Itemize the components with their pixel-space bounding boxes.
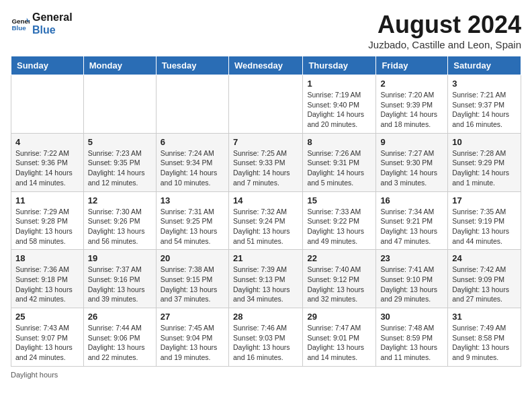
weekday-header-cell: Thursday (303, 56, 376, 75)
day-number: 25 (15, 312, 79, 322)
logo-icon: General Blue (11, 14, 30, 33)
day-number: 18 (15, 253, 79, 263)
day-info: Sunrise: 7:37 AMSunset: 9:16 PMDaylight:… (88, 265, 152, 304)
logo: General Blue General Blue (11, 11, 73, 36)
day-number: 26 (88, 312, 152, 322)
calendar-cell: 29Sunrise: 7:47 AMSunset: 9:01 PMDayligh… (303, 308, 376, 367)
day-number: 28 (233, 312, 298, 322)
day-number: 11 (15, 195, 79, 205)
calendar-cell: 7Sunrise: 7:25 AMSunset: 9:33 PMDaylight… (228, 133, 302, 191)
calendar-cell: 16Sunrise: 7:34 AMSunset: 9:21 PMDayligh… (376, 191, 448, 250)
day-info: Sunrise: 7:30 AMSunset: 9:26 PMDaylight:… (88, 207, 152, 246)
day-number: 31 (452, 312, 517, 322)
day-info: Sunrise: 7:28 AMSunset: 9:29 PMDaylight:… (452, 148, 517, 188)
day-number: 24 (452, 253, 517, 263)
day-info: Sunrise: 7:38 AMSunset: 9:15 PMDaylight:… (161, 265, 224, 304)
day-number: 14 (233, 195, 298, 205)
weekday-header-cell: Tuesday (156, 56, 228, 75)
day-info: Sunrise: 7:40 AMSunset: 9:12 PMDaylight:… (307, 265, 371, 304)
calendar-week-row: 18Sunrise: 7:36 AMSunset: 9:18 PMDayligh… (11, 250, 521, 308)
day-number: 10 (452, 137, 517, 147)
weekday-header-cell: Saturday (448, 56, 521, 75)
calendar-cell: 27Sunrise: 7:45 AMSunset: 9:04 PMDayligh… (156, 308, 228, 367)
day-info: Sunrise: 7:24 AMSunset: 9:34 PMDaylight:… (161, 148, 224, 188)
page-header: General Blue General Blue August 2024 Ju… (11, 11, 521, 50)
calendar-cell (228, 75, 302, 134)
calendar-cell: 2Sunrise: 7:20 AMSunset: 9:39 PMDaylight… (376, 75, 448, 134)
day-info: Sunrise: 7:33 AMSunset: 9:22 PMDaylight:… (307, 207, 371, 246)
calendar-cell: 15Sunrise: 7:33 AMSunset: 9:22 PMDayligh… (303, 191, 376, 250)
calendar-cell: 14Sunrise: 7:32 AMSunset: 9:24 PMDayligh… (228, 191, 302, 250)
calendar-cell: 1Sunrise: 7:19 AMSunset: 9:40 PMDaylight… (303, 75, 376, 134)
logo-blue: Blue (32, 24, 73, 36)
calendar-cell: 8Sunrise: 7:26 AMSunset: 9:31 PMDaylight… (303, 133, 376, 191)
weekday-header-row: SundayMondayTuesdayWednesdayThursdayFrid… (11, 56, 521, 75)
calendar-cell: 4Sunrise: 7:22 AMSunset: 9:36 PMDaylight… (11, 133, 84, 191)
day-number: 12 (88, 195, 152, 205)
day-info: Sunrise: 7:45 AMSunset: 9:04 PMDaylight:… (161, 323, 224, 363)
calendar-table: SundayMondayTuesdayWednesdayThursdayFrid… (11, 56, 521, 367)
main-title: August 2024 (368, 11, 521, 39)
day-number: 2 (380, 79, 443, 89)
day-info: Sunrise: 7:41 AMSunset: 9:10 PMDaylight:… (380, 265, 443, 304)
day-number: 17 (452, 195, 517, 205)
day-number: 27 (161, 312, 224, 322)
svg-text:Blue: Blue (11, 24, 26, 32)
calendar-cell (156, 75, 228, 134)
calendar-cell: 20Sunrise: 7:38 AMSunset: 9:15 PMDayligh… (156, 250, 228, 308)
day-info: Sunrise: 7:26 AMSunset: 9:31 PMDaylight:… (307, 148, 371, 188)
weekday-header-cell: Sunday (11, 56, 84, 75)
day-info: Sunrise: 7:48 AMSunset: 8:59 PMDaylight:… (380, 323, 443, 363)
calendar-cell: 9Sunrise: 7:27 AMSunset: 9:30 PMDaylight… (376, 133, 448, 191)
day-number: 15 (307, 195, 371, 205)
day-info: Sunrise: 7:42 AMSunset: 9:09 PMDaylight:… (452, 265, 517, 304)
day-number: 7 (233, 137, 298, 147)
weekday-header-cell: Monday (83, 56, 156, 75)
subtitle: Juzbado, Castille and Leon, Spain (368, 39, 521, 50)
day-info: Sunrise: 7:47 AMSunset: 9:01 PMDaylight:… (307, 323, 371, 363)
calendar-cell: 21Sunrise: 7:39 AMSunset: 9:13 PMDayligh… (228, 250, 302, 308)
calendar-cell: 12Sunrise: 7:30 AMSunset: 9:26 PMDayligh… (83, 191, 156, 250)
calendar-cell: 28Sunrise: 7:46 AMSunset: 9:03 PMDayligh… (228, 308, 302, 367)
calendar-cell: 26Sunrise: 7:44 AMSunset: 9:06 PMDayligh… (83, 308, 156, 367)
day-info: Sunrise: 7:39 AMSunset: 9:13 PMDaylight:… (233, 265, 298, 304)
day-number: 20 (161, 253, 224, 263)
calendar-cell: 30Sunrise: 7:48 AMSunset: 8:59 PMDayligh… (376, 308, 448, 367)
weekday-header-cell: Friday (376, 56, 448, 75)
calendar-cell: 24Sunrise: 7:42 AMSunset: 9:09 PMDayligh… (448, 250, 521, 308)
calendar-cell: 5Sunrise: 7:23 AMSunset: 9:35 PMDaylight… (83, 133, 156, 191)
day-number: 4 (15, 137, 79, 147)
day-number: 6 (161, 137, 224, 147)
day-info: Sunrise: 7:19 AMSunset: 9:40 PMDaylight:… (307, 90, 371, 130)
calendar-body: 1Sunrise: 7:19 AMSunset: 9:40 PMDaylight… (11, 75, 521, 367)
day-number: 8 (307, 137, 371, 147)
day-number: 22 (307, 253, 371, 263)
day-info: Sunrise: 7:34 AMSunset: 9:21 PMDaylight:… (380, 207, 443, 246)
day-info: Sunrise: 7:22 AMSunset: 9:36 PMDaylight:… (15, 148, 79, 188)
day-number: 5 (88, 137, 152, 147)
day-info: Sunrise: 7:25 AMSunset: 9:33 PMDaylight:… (233, 148, 298, 188)
day-info: Sunrise: 7:20 AMSunset: 9:39 PMDaylight:… (380, 90, 443, 130)
day-number: 21 (233, 253, 298, 263)
day-info: Sunrise: 7:43 AMSunset: 9:07 PMDaylight:… (15, 323, 79, 363)
day-number: 30 (380, 312, 443, 322)
calendar-week-row: 11Sunrise: 7:29 AMSunset: 9:28 PMDayligh… (11, 191, 521, 250)
calendar-cell: 13Sunrise: 7:31 AMSunset: 9:25 PMDayligh… (156, 191, 228, 250)
calendar-cell (83, 75, 156, 134)
day-number: 29 (307, 312, 371, 322)
calendar-cell (11, 75, 84, 134)
calendar-cell: 11Sunrise: 7:29 AMSunset: 9:28 PMDayligh… (11, 191, 84, 250)
daylight-label: Daylight hours (11, 371, 58, 379)
day-info: Sunrise: 7:29 AMSunset: 9:28 PMDaylight:… (15, 207, 79, 246)
day-info: Sunrise: 7:35 AMSunset: 9:19 PMDaylight:… (452, 207, 517, 246)
weekday-header-cell: Wednesday (228, 56, 302, 75)
calendar-week-row: 1Sunrise: 7:19 AMSunset: 9:40 PMDaylight… (11, 75, 521, 134)
day-info: Sunrise: 7:32 AMSunset: 9:24 PMDaylight:… (233, 207, 298, 246)
day-info: Sunrise: 7:36 AMSunset: 9:18 PMDaylight:… (15, 265, 79, 304)
day-info: Sunrise: 7:23 AMSunset: 9:35 PMDaylight:… (88, 148, 152, 188)
calendar-cell: 31Sunrise: 7:49 AMSunset: 8:58 PMDayligh… (448, 308, 521, 367)
title-block: August 2024 Juzbado, Castille and Leon, … (368, 11, 521, 50)
calendar-cell: 6Sunrise: 7:24 AMSunset: 9:34 PMDaylight… (156, 133, 228, 191)
day-info: Sunrise: 7:27 AMSunset: 9:30 PMDaylight:… (380, 148, 443, 188)
calendar-cell: 3Sunrise: 7:21 AMSunset: 9:37 PMDaylight… (448, 75, 521, 134)
